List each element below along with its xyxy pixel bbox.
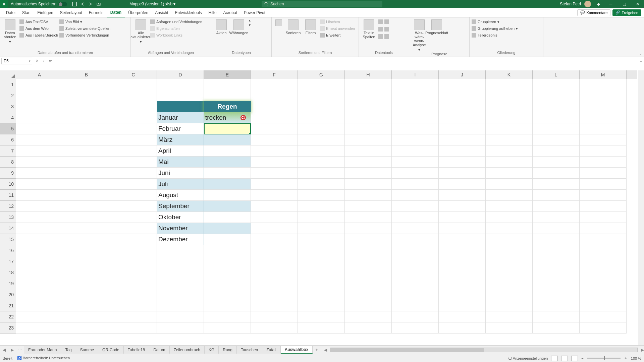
cell[interactable] xyxy=(298,278,345,289)
cell[interactable] xyxy=(298,179,345,190)
cell[interactable] xyxy=(392,289,439,300)
cell[interactable] xyxy=(16,145,63,157)
cell[interactable] xyxy=(298,300,345,311)
filename[interactable]: Mappe3 (version 1).xlsb ▾ xyxy=(129,2,175,6)
cell[interactable] xyxy=(204,157,251,168)
cell[interactable] xyxy=(580,168,627,179)
cell[interactable] xyxy=(298,112,345,123)
name-box[interactable]: E5 xyxy=(1,58,32,64)
cell[interactable] xyxy=(110,123,157,134)
existing-connections[interactable]: Vorhandene Verbindungen xyxy=(59,32,110,38)
sheet-tab[interactable]: Tag xyxy=(61,346,76,354)
cell[interactable] xyxy=(439,289,486,300)
zoom-in[interactable]: ＋ xyxy=(624,356,628,361)
what-if-button[interactable]: Was-wäre-wenn-Analyse ▾ xyxy=(411,19,427,52)
cell[interactable] xyxy=(63,212,110,223)
maximize-button[interactable]: ▢ xyxy=(619,0,629,8)
cell[interactable] xyxy=(486,289,533,300)
cell[interactable] xyxy=(533,278,580,289)
ribbon-tab-hilfe[interactable]: Hilfe xyxy=(205,8,220,17)
cell[interactable] xyxy=(251,112,298,123)
row-header[interactable]: 2 xyxy=(0,90,16,101)
queries-connections[interactable]: Abfragen und Verbindungen xyxy=(150,19,202,25)
cell[interactable] xyxy=(580,234,627,245)
cell[interactable] xyxy=(16,157,63,168)
cell[interactable] xyxy=(16,201,63,212)
column-header[interactable]: L xyxy=(533,70,580,79)
cell[interactable] xyxy=(251,190,298,201)
cell[interactable] xyxy=(439,79,486,90)
row-header[interactable]: 16 xyxy=(0,245,16,256)
cell[interactable] xyxy=(580,134,627,145)
cell[interactable] xyxy=(533,289,580,300)
cell[interactable] xyxy=(439,90,486,101)
cell[interactable] xyxy=(580,245,627,256)
cell[interactable] xyxy=(204,168,251,179)
cell[interactable] xyxy=(110,112,157,123)
cell[interactable] xyxy=(63,256,110,267)
cell[interactable] xyxy=(251,256,298,267)
ribbon-tab-power pivot[interactable]: Power Pivot xyxy=(240,8,269,17)
consolidate[interactable] xyxy=(384,19,389,25)
cell[interactable] xyxy=(110,90,157,101)
cell[interactable] xyxy=(439,145,486,157)
ribbon-tab-einfügen[interactable]: Einfügen xyxy=(34,8,56,17)
cell[interactable] xyxy=(580,101,627,112)
cell[interactable] xyxy=(439,157,486,168)
cell[interactable] xyxy=(533,112,580,123)
cell[interactable] xyxy=(345,101,392,112)
cell[interactable] xyxy=(345,256,392,267)
cell[interactable] xyxy=(533,234,580,245)
cell[interactable] xyxy=(251,145,298,157)
cell[interactable] xyxy=(110,311,157,322)
cell[interactable] xyxy=(345,168,392,179)
cell[interactable] xyxy=(157,278,204,289)
cell[interactable]: Januar xyxy=(157,112,204,123)
cell[interactable] xyxy=(16,311,63,322)
cell[interactable] xyxy=(110,134,157,145)
cell[interactable] xyxy=(63,267,110,278)
ribbon-tab-seitenlayout[interactable]: Seitenlayout xyxy=(57,8,86,17)
row-header[interactable]: 1 xyxy=(0,79,16,90)
cell[interactable] xyxy=(110,101,157,112)
cell[interactable] xyxy=(110,278,157,289)
cell[interactable] xyxy=(392,145,439,157)
row-header[interactable]: 13 xyxy=(0,212,16,223)
formula-input[interactable] xyxy=(54,58,638,64)
cell[interactable] xyxy=(251,289,298,300)
column-header[interactable]: E xyxy=(204,70,251,79)
cell[interactable] xyxy=(298,157,345,168)
cell[interactable] xyxy=(392,179,439,190)
cell[interactable] xyxy=(251,157,298,168)
sheet-nav-menu[interactable]: ⋯ xyxy=(16,346,24,354)
cell[interactable] xyxy=(63,157,110,168)
cell[interactable] xyxy=(204,223,251,234)
ribbon-tab-entwicklertools[interactable]: Entwicklertools xyxy=(172,8,205,17)
camera-icon[interactable] xyxy=(95,1,102,7)
cell[interactable] xyxy=(533,256,580,267)
cell[interactable] xyxy=(157,90,204,101)
cell[interactable] xyxy=(392,79,439,90)
cell[interactable] xyxy=(16,278,63,289)
row-header[interactable]: 12 xyxy=(0,201,16,212)
cell[interactable]: März xyxy=(157,134,204,145)
cell[interactable] xyxy=(533,101,580,112)
cell[interactable] xyxy=(298,190,345,201)
expand-formula-bar[interactable]: ⌄ xyxy=(638,59,644,63)
cell[interactable] xyxy=(251,168,298,179)
cell[interactable] xyxy=(392,123,439,134)
cell[interactable] xyxy=(345,157,392,168)
advanced-filter[interactable]: Erweitert xyxy=(320,32,355,38)
vertical-scrollbar[interactable] xyxy=(638,70,644,345)
display-settings[interactable]: 🖵 Anzeigeeinstellungen xyxy=(508,356,548,360)
row-header[interactable]: 4 xyxy=(0,112,16,123)
cell[interactable] xyxy=(439,212,486,223)
cell[interactable] xyxy=(204,179,251,190)
collapse-ribbon[interactable]: ⌄ xyxy=(639,52,642,55)
cell[interactable] xyxy=(533,311,580,322)
cell[interactable] xyxy=(533,145,580,157)
cell[interactable] xyxy=(533,123,580,134)
sheet-tab[interactable]: KG xyxy=(205,346,219,354)
cell[interactable] xyxy=(580,267,627,278)
cell[interactable] xyxy=(157,311,204,322)
